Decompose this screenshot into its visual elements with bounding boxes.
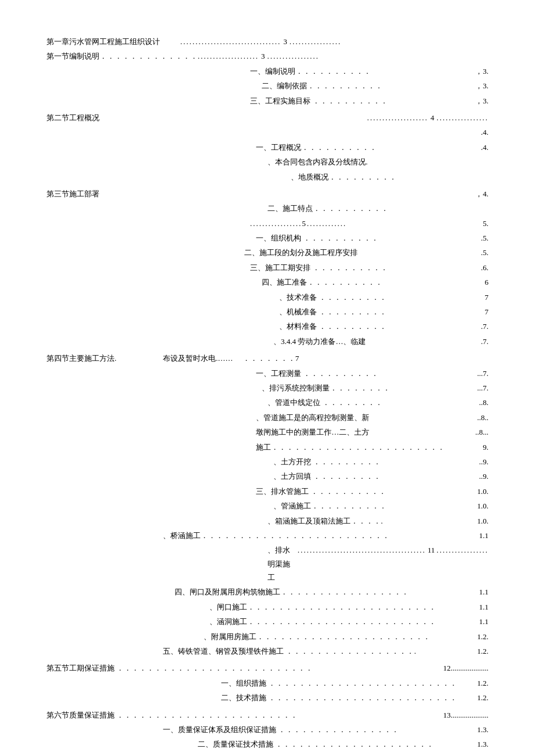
toc-pagenum-19: .7.: [481, 335, 488, 348]
toc-row-39: 第五节工期保证措施 ．．．．．．．．．．．．．．．．．．．．．．．．．． 12.…: [47, 661, 488, 675]
toc-pagenum-26: 9.: [483, 440, 488, 454]
toc-row-11b: .................5............. 5.: [47, 217, 488, 230]
toc-pagenum-24: ..8..: [477, 411, 489, 424]
toc-dots-33: ........................................…: [298, 543, 426, 557]
toc-row-1: 第一章污水管网工程施工组织设计 ........................…: [47, 35, 488, 48]
toc-row-22: 、排污系统控制测量．．．．．．．． ...7.: [47, 381, 488, 395]
toc-mid-39: 12....................: [443, 661, 488, 675]
toc-row-37: 、附属用房施工．．．．．．．．．．．．．．．．．．．．．．． 1.2.: [47, 630, 488, 643]
toc-pagenum-43: 1.3.: [477, 723, 489, 736]
toc-label-14: 三、施工工期安排 ．．．．．．．．．．: [250, 261, 388, 274]
toc-pagenum-7: .4.: [481, 141, 488, 154]
toc-label-27: 、土方开挖 ．．．．．．．．．: [273, 455, 381, 468]
toc-row-16: 、技术准备 ．．．．．．．．． 7: [47, 291, 488, 304]
toc-label-28: 、土方回填 ．．．．．．．．．: [273, 470, 381, 483]
toc-pagenum-1: 3: [283, 35, 287, 48]
toc-row-42: 第六节质量保证措施 ．．．．．．．．．．．．．．．．．．．．．．．． 13...…: [47, 708, 488, 722]
toc-pagenum-29: 1.0.: [477, 485, 489, 498]
toc-label-37: 、附属用房施工．．．．．．．．．．．．．．．．．．．．．．．: [204, 630, 430, 643]
toc-pagenum-11b: 5.: [483, 217, 488, 230]
toc-label-21: 一、工程测量 ．．．．．．．．．．: [256, 367, 379, 380]
toc-label-5: 三、工程实施目标 ．．．．．．．．．．: [250, 94, 388, 108]
toc-row-30: 、管涵施工．．．．．．．．．． 1.0.: [47, 499, 488, 513]
toc-row-14: 三、施工工期安排 ．．．．．．．．．． .6.: [47, 261, 488, 274]
toc-label-16: 、技术准备 ．．．．．．．．．: [279, 291, 387, 304]
toc-row-41: 二、技术措施 ．．．．．．．．．．．．．．．．．．．．．．．．． 1.2.: [47, 691, 488, 704]
toc-pagenum-38: 1.2.: [477, 644, 489, 658]
toc-row-21: 一、工程测量 ．．．．．．．．．． ...7.: [47, 367, 488, 380]
toc-container: 第一章污水管网工程施工组织设计 ........................…: [47, 35, 488, 751]
toc-row-28: 、土方回填 ．．．．．．．．． ..9.: [47, 470, 488, 483]
toc-pagenum-23: ..8.: [479, 396, 488, 409]
toc-pagenum-41: 1.2.: [477, 691, 489, 704]
toc-row-17: 、机械准备 ．．．．．．．．． 7: [47, 305, 488, 318]
toc-row-23: 、管道中线定位 ．．．．．．．． ..8.: [47, 396, 488, 409]
toc-label-13: 二、施工段的划分及施工程序安排: [244, 246, 358, 259]
toc-row-6: 第二节工程概况 .................... 4 .........…: [47, 111, 488, 124]
toc-pagenum-4: ，3.: [475, 79, 488, 92]
toc-row-19: 、3.4.4 劳动力准备…、临建 .7.: [47, 335, 488, 348]
toc-label-9: 、地质概况．．．．．．．．．: [291, 170, 397, 184]
toc-label-4: 二、编制依据．．．．．．．．．．: [262, 79, 383, 92]
toc-label-19: 、3.4.4 劳动力准备…、临建: [273, 335, 366, 348]
toc-row-24: 、管道施工是的高程控制测量、新 ..8..: [47, 411, 488, 424]
toc-label-26: 施工．．．．．．．．．．．．．．．．．．．．．．．: [256, 440, 445, 454]
toc-pagenum-31: 1.0.: [477, 514, 489, 528]
toc-pagenum-17: 7: [485, 305, 489, 318]
toc-label-41: 二、技术措施 ．．．．．．．．．．．．．．．．．．．．．．．．．: [221, 691, 457, 704]
toc-row-11: 二、施工特点．．．．．．．．．．: [47, 202, 488, 215]
toc-pagenum-32: 1.1: [479, 529, 488, 542]
toc-label-39: 第五节工期保证措施 ．．．．．．．．．．．．．．．．．．．．．．．．．．: [47, 661, 313, 675]
toc-label-11: 二、施工特点．．．．．．．．．．: [268, 202, 388, 215]
toc-pagenum-15: 6: [485, 275, 489, 289]
toc-label-10: 第三节施工部署: [47, 187, 99, 200]
toc-row-8: 、本合同包含内容及分线情况.: [47, 155, 488, 169]
toc-row-10: 第三节施工部署 ，4.: [47, 187, 488, 200]
toc-dots-2: ....................: [198, 49, 259, 63]
toc-label-42: 第六节质量保证措施 ．．．．．．．．．．．．．．．．．．．．．．．．: [47, 708, 298, 722]
toc-pagenum-27: ..9.: [479, 455, 488, 468]
toc-row-32: 、桥涵施工．．．．．．．．．．．．．．．．．．．．．．．．． 1.1: [47, 529, 488, 542]
toc-label-43: 一、质量保证体系及组织保证措施 ．．．．．．．．．．．．．．．．: [163, 723, 399, 736]
toc-row-20: 第四节主要施工方法. 布设及暂时水电.…… ．．．．．．．7: [47, 352, 488, 365]
toc-label-2: 第一节编制说明．．．．．．．．．．．．．: [47, 49, 198, 63]
toc-dots-6b: .................: [437, 111, 488, 124]
toc-label-25: 墩闸施工中的测量工作…二、土方: [256, 425, 369, 439]
toc-label-36: 、涵洞施工．．．．．．．．．．．．．．．．．．．．．．．．．: [209, 615, 436, 628]
toc-label-12: 一、组织机构 ．．．．．．．．．．: [256, 231, 379, 245]
toc-pagenum-28: ..9.: [479, 470, 488, 483]
toc-pagenum-22: ...7.: [477, 381, 489, 395]
toc-row-18: 、材料准备 ．．．．．．．．． .7.: [47, 320, 488, 333]
toc-dots-6: ....................: [367, 111, 428, 124]
toc-row-6b: .4.: [47, 126, 488, 139]
toc-row-25: 墩闸施工中的测量工作…二、土方 ..8...: [47, 425, 488, 439]
toc-row-40: 一、组织措施 ．．．．．．．．．．．．．．．．．．．．．．．．． 1.2.: [47, 676, 488, 690]
toc-row-43: 一、质量保证体系及组织保证措施 ．．．．．．．．．．．．．．．． 1.3.: [47, 723, 488, 736]
toc-dots-1: .................................: [180, 35, 281, 48]
toc-pagenum-44: 1.3.: [477, 737, 489, 751]
toc-label-17: 、机械准备 ．．．．．．．．．: [279, 305, 387, 318]
toc-label-18: 、材料准备 ．．．．．．．．．: [279, 320, 387, 333]
toc-label-34: 四、闸口及附属用房构筑物施工．．．．．．．．．．．．．．．．．: [174, 585, 409, 599]
toc-row-31: 、箱涵施工及顶箱法施工．．．．. 1.0.: [47, 514, 488, 528]
toc-pagenum-6: 4: [430, 111, 434, 124]
toc-pagenum-14: .6.: [481, 261, 488, 274]
toc-label-32: 、桥涵施工．．．．．．．．．．．．．．．．．．．．．．．．．: [163, 529, 390, 542]
toc-row-9: 、地质概况．．．．．．．．．: [47, 170, 488, 184]
toc-row-44: 二、质量保证技术措施 ．．．．．．．．．．．．．．．．．．．．． 1.3.: [47, 737, 488, 751]
toc-label-3: 一、编制说明．．．．．．．．．．: [250, 65, 371, 78]
toc-row-33: 、排水明渠施工 ................................…: [47, 543, 488, 584]
toc-label-44: 二、质量保证技术措施 ．．．．．．．．．．．．．．．．．．．．．: [198, 737, 434, 751]
toc-row-4: 二、编制依据．．．．．．．．．． ，3.: [47, 79, 488, 92]
toc-pagenum-36: 1.1: [479, 615, 488, 628]
toc-row-3: 一、编制说明．．．．．．．．．． ，3.: [47, 65, 488, 78]
toc-dots-1b: .................: [290, 35, 341, 48]
toc-label-15: 四、施工准备．．．．．．．．．．: [262, 275, 383, 289]
toc-label-1: 第一章污水管网工程施工组织设计: [47, 35, 180, 48]
toc-label-6: 第二节工程概况: [47, 111, 99, 124]
toc-label-23: 、管道中线定位 ．．．．．．．．: [268, 396, 383, 409]
toc-row-35: 、闸口施工．．．．．．．．．．．．．．．．．．．．．．．．． 1.1: [47, 600, 488, 614]
toc-pagenum-5: ，3.: [475, 94, 488, 108]
toc-pagenum-13: .5.: [481, 246, 488, 259]
toc-row-15: 四、施工准备．．．．．．．．．． 6: [47, 275, 488, 289]
